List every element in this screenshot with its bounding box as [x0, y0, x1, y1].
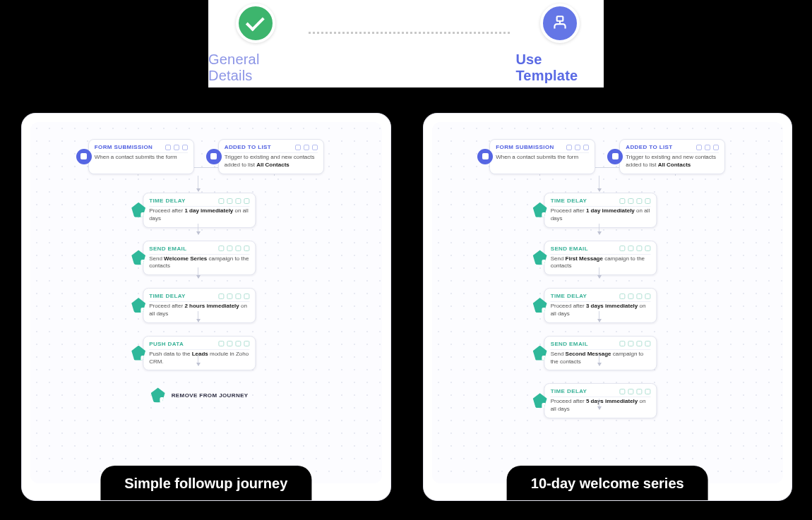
action-node: SEND EMAIL Send First Message campaign t… — [544, 241, 657, 276]
node-toolbar — [218, 294, 249, 299]
mail-icon — [532, 346, 548, 361]
journey-preview: FORM SUBMISSION When a contact submits t… — [432, 122, 784, 483]
action-node: TIME DELAY Proceed after 1 day immediate… — [544, 193, 657, 228]
connector-arrow — [599, 399, 599, 409]
node-toolbar — [620, 294, 651, 299]
template-card[interactable]: FORM SUBMISSION When a contact submits t… — [21, 113, 391, 501]
end-node: REMOVE FROM JOURNEY — [143, 387, 256, 403]
clock-icon — [131, 298, 146, 313]
node-title: SEND EMAIL — [551, 341, 588, 347]
end-label: REMOVE FROM JOURNEY — [172, 392, 249, 399]
exit-icon — [150, 387, 166, 403]
step-connector — [309, 32, 510, 34]
node-title: TIME DELAY — [551, 293, 587, 299]
mail-icon — [131, 250, 146, 265]
list-icon — [206, 149, 222, 164]
template-cards: FORM SUBMISSION When a contact submits t… — [21, 113, 792, 501]
action-node: TIME DELAY Proceed after 2 hours immedia… — [143, 288, 256, 323]
node-title: PUSH DATA — [149, 341, 184, 347]
list-icon — [607, 149, 623, 164]
connector-arrow — [599, 224, 599, 234]
node-body: When a contact submits the form — [496, 154, 578, 160]
connector-arrow — [599, 311, 599, 322]
wizard-stepper: General Details Use Template — [208, 0, 604, 87]
node-title: SEND EMAIL — [551, 246, 588, 252]
node-toolbar — [620, 389, 651, 394]
node-title: TIME DELAY — [149, 198, 186, 204]
node-toolbar — [620, 198, 651, 204]
clock-icon — [532, 202, 548, 218]
node-toolbar — [218, 246, 249, 251]
node-body: When a contact submits the form — [95, 154, 177, 160]
connector-arrow — [198, 224, 198, 234]
connector-arrow — [198, 176, 198, 191]
step-label: Use Template — [515, 52, 604, 84]
step-general-details[interactable]: General Details — [208, 4, 303, 84]
connector-arrow — [599, 267, 599, 278]
template-title: 10-day welcome series — [507, 466, 708, 501]
node-toolbar — [165, 145, 188, 150]
node-toolbar — [620, 341, 651, 346]
node-title: ADDED TO LIST — [225, 144, 271, 150]
step-use-template[interactable]: Use Template — [515, 4, 604, 84]
node-toolbar — [566, 145, 589, 150]
template-title: Simple followup journey — [100, 466, 311, 501]
node-title: TIME DELAY — [551, 198, 587, 204]
connector-arrow — [599, 176, 599, 191]
node-toolbar — [218, 341, 249, 346]
node-toolbar — [218, 198, 249, 204]
node-toolbar — [620, 246, 651, 251]
node-title: TIME DELAY — [551, 388, 587, 394]
push-icon — [131, 346, 146, 361]
action-node: TIME DELAY Proceed after 1 day immediate… — [143, 193, 256, 228]
node-toolbar — [295, 145, 318, 150]
node-title: FORM SUBMISSION — [95, 144, 153, 150]
check-icon — [236, 4, 275, 43]
action-node: SEND EMAIL Send Welcome Series campaign … — [143, 241, 256, 276]
connector-arrow — [599, 355, 599, 365]
trigger-node: ADDED TO LIST Trigger to existing and ne… — [218, 139, 324, 174]
trigger-node: ADDED TO LIST Trigger to existing and ne… — [619, 139, 725, 174]
connector-arrow — [198, 355, 198, 365]
connector-arrow — [198, 311, 198, 322]
trigger-node: FORM SUBMISSION When a contact submits t… — [88, 139, 194, 174]
form-icon — [76, 149, 92, 164]
clock-icon — [131, 202, 146, 218]
action-node: TIME DELAY Proceed after 3 days immediat… — [544, 288, 657, 323]
form-icon — [477, 149, 493, 164]
step-label: General Details — [208, 52, 303, 84]
trigger-node: FORM SUBMISSION When a contact submits t… — [489, 139, 595, 174]
clock-icon — [532, 393, 548, 409]
node-title: ADDED TO LIST — [626, 144, 672, 150]
node-toolbar — [696, 145, 719, 150]
clock-icon — [532, 298, 548, 313]
node-title: FORM SUBMISSION — [496, 144, 554, 150]
template-icon — [540, 4, 580, 43]
connector-arrow — [198, 267, 198, 278]
mail-icon — [532, 250, 548, 265]
journey-preview: FORM SUBMISSION When a contact submits t… — [30, 122, 382, 483]
template-card[interactable]: FORM SUBMISSION When a contact submits t… — [423, 113, 793, 501]
action-node: TIME DELAY Proceed after 5 days immediat… — [544, 383, 657, 418]
node-title: TIME DELAY — [149, 293, 186, 299]
svg-rect-0 — [556, 16, 563, 21]
node-title: SEND EMAIL — [149, 246, 186, 252]
